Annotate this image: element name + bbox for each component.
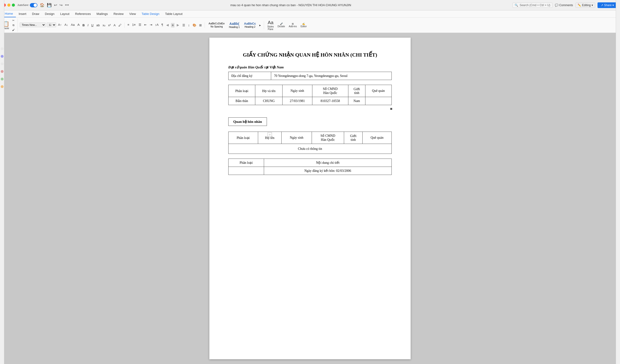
subscript-button[interactable]: x₂ bbox=[102, 23, 106, 28]
numbering-button[interactable]: 1≡ bbox=[131, 22, 137, 27]
comments-button[interactable]: 💬 Comments bbox=[555, 3, 573, 7]
font-color-button[interactable]: A bbox=[112, 23, 117, 28]
table-move-handle[interactable]: ⊹ bbox=[268, 132, 272, 136]
show-hide-button[interactable]: ¶ bbox=[161, 22, 164, 27]
share-icon: ↗ bbox=[601, 3, 603, 7]
minimize-button[interactable] bbox=[7, 3, 10, 7]
font-size-select[interactable]: 12 bbox=[47, 22, 56, 27]
align-left-button[interactable]: ⫷ bbox=[165, 23, 170, 28]
format-painter-button[interactable]: 🖌 bbox=[11, 28, 16, 32]
table-header-row: Phân loại Họ tên Ngày sinh Số CMNDHàn Qu… bbox=[229, 132, 392, 144]
address-table: Địa chỉ đăng ký 70 Yeongdeungpo-dong 7-g… bbox=[228, 72, 392, 80]
cell-quequan[interactable] bbox=[365, 97, 391, 105]
bold-button[interactable]: B bbox=[81, 23, 85, 28]
ribbon-controls: 📋 Paste ✂ ⧉ 🖌 Times New... 12 A↑ A↓ Aa bbox=[0, 17, 620, 33]
increase-font-button[interactable]: A↑ bbox=[57, 22, 62, 27]
decrease-font-button[interactable]: A↓ bbox=[63, 22, 69, 27]
tab-insert[interactable]: Insert bbox=[16, 11, 29, 17]
copy-button[interactable]: ⧉ bbox=[11, 23, 16, 27]
maximize-button[interactable] bbox=[12, 3, 15, 7]
line-spacing-button[interactable]: ↕ bbox=[187, 23, 191, 28]
tools-group: Aa Styles Pane 🎤 Dictate ⊞ Add-ins ✍ Edi… bbox=[266, 19, 310, 31]
styles-more-button[interactable]: ▸ bbox=[258, 23, 262, 28]
editing-button[interactable]: ✏️ Editing ▾ bbox=[575, 3, 595, 8]
col2-quequan: Quê quán bbox=[363, 132, 392, 144]
table-row: Bản thân CHUNG 27/03/1981 810327-10558 N… bbox=[229, 97, 392, 105]
strikethrough-button[interactable]: ab bbox=[95, 23, 101, 28]
editor-button[interactable]: ✍ Editor bbox=[299, 22, 308, 28]
cell-ngaysinh[interactable]: 27/03/1981 bbox=[282, 97, 312, 105]
justify-button[interactable]: ☰ bbox=[181, 23, 186, 28]
document-subtitle: Đại sứ quán Hàn Quốc tại Việt Nam bbox=[228, 65, 392, 69]
style-heading1[interactable]: AaBb( Heading 1 bbox=[227, 21, 242, 29]
section-header-label: Quan hệ hôn nhân bbox=[228, 117, 267, 126]
highlight-button[interactable]: 🖊 bbox=[117, 23, 123, 28]
cell-noidung-details[interactable]: Ngày đăng ký kết hôn: 02/03/2006 bbox=[264, 167, 392, 175]
search-box[interactable]: 🔍 Search (Cmd + Ctrl + U) bbox=[512, 3, 552, 8]
styles-group: AaBbCcDdEe No Spacing AaBb( Heading 1 Aa… bbox=[207, 21, 264, 29]
underline-button[interactable]: U bbox=[90, 23, 94, 28]
style-no-spacing[interactable]: AaBbCcDdEe No Spacing bbox=[207, 21, 227, 29]
tab-review[interactable]: Review bbox=[111, 11, 126, 17]
tab-mailings[interactable]: Mailings bbox=[94, 11, 111, 17]
redo-icon[interactable]: ↪ bbox=[60, 3, 62, 7]
shading-button[interactable]: 🎨 bbox=[192, 23, 197, 28]
person-table: Phân loại Họ và tên Ngày sinh Số CMNDHàn… bbox=[228, 85, 392, 105]
col-hovaten: Họ và tên bbox=[255, 85, 282, 97]
increase-indent-button[interactable]: ⇥ bbox=[149, 22, 153, 27]
borders-button[interactable]: ⊞ bbox=[198, 23, 203, 28]
col2-gioitinh: Giớitính bbox=[344, 132, 362, 144]
tab-table-design[interactable]: Table Design bbox=[139, 11, 162, 17]
sort-button[interactable]: ↕A bbox=[154, 22, 160, 27]
cell-phanloai-details[interactable] bbox=[229, 167, 264, 175]
cut-button[interactable]: ✂ bbox=[11, 18, 16, 22]
address-value-cell[interactable]: 70 Yeongdeungpo-dong 7-ga, Yeongdeungpo-… bbox=[271, 72, 392, 80]
home-icon[interactable]: 🏠 bbox=[40, 3, 45, 7]
tab-view[interactable]: View bbox=[126, 11, 139, 17]
tab-layout[interactable]: Layout bbox=[57, 11, 72, 17]
marriage-section-header-wrapper: Quan hệ hôn nhân bbox=[228, 114, 392, 129]
bullets-button[interactable]: ≡ bbox=[126, 22, 130, 27]
cell-gioitinh[interactable]: Nam bbox=[348, 97, 365, 105]
style-heading2[interactable]: AaBbCc Heading 2 bbox=[242, 21, 258, 29]
sidebar-item-2 bbox=[1, 55, 3, 58]
tab-table-layout[interactable]: Table Layout bbox=[162, 11, 186, 17]
ribbon: Home Insert Draw Design Layout Reference… bbox=[0, 10, 620, 33]
cell-socmnd[interactable]: 810327-10558 bbox=[312, 97, 348, 105]
paragraph-group: ≡ 1≡ ☰ ⇤ ⇥ ↕A ¶ ⫷ ≡ ⫸ ☰ ↕ 🎨 ⊞ bbox=[126, 22, 205, 28]
traffic-lights bbox=[3, 3, 15, 7]
comments-icon: 💬 bbox=[555, 3, 558, 7]
sidebar-item-1 bbox=[1, 47, 3, 50]
col-socmnd: Số CMNDHàn Quốc bbox=[312, 85, 348, 97]
add-ins-button[interactable]: ⊞ Add-ins bbox=[287, 22, 298, 28]
empty-info-cell: Chưa có thông tin bbox=[229, 144, 392, 154]
styles-pane-button[interactable]: Aa Styles Pane bbox=[266, 19, 275, 31]
microphone-icon: 🎤 bbox=[280, 22, 283, 25]
tab-design[interactable]: Design bbox=[42, 11, 57, 17]
address-label-cell[interactable]: Địa chỉ đăng ký bbox=[229, 72, 271, 80]
font-name-select[interactable]: Times New... bbox=[20, 22, 46, 27]
align-center-button[interactable]: ≡ bbox=[171, 23, 175, 28]
multilevel-button[interactable]: ☰ bbox=[138, 22, 142, 27]
tab-references[interactable]: References bbox=[72, 11, 93, 17]
decrease-indent-button[interactable]: ⇤ bbox=[143, 22, 148, 27]
more-icon[interactable]: ••• bbox=[65, 3, 69, 7]
col-quequan: Quê quán bbox=[365, 85, 391, 97]
change-case-button[interactable]: Aa bbox=[70, 22, 76, 27]
cell-hovaten[interactable]: CHUNG bbox=[255, 97, 282, 105]
share-button[interactable]: ↗ Share ▾ bbox=[598, 2, 617, 8]
autosave-toggle[interactable] bbox=[30, 3, 37, 7]
superscript-button[interactable]: x² bbox=[107, 23, 112, 28]
undo-icon[interactable]: ↩ bbox=[54, 3, 57, 7]
table-resize-handle[interactable] bbox=[390, 108, 392, 110]
chevron-down-icon: ▾ bbox=[591, 3, 593, 7]
dictate-button[interactable]: 🎤 Dictate bbox=[276, 22, 286, 28]
sidebar-item-5 bbox=[1, 78, 3, 80]
save-icon[interactable]: 💾 bbox=[47, 3, 52, 7]
search-icon: 🔍 bbox=[515, 3, 518, 7]
tab-draw[interactable]: Draw bbox=[29, 11, 42, 17]
cell-phanloai[interactable]: Bản thân bbox=[229, 97, 255, 105]
italic-button[interactable]: I bbox=[87, 23, 90, 28]
clear-format-button[interactable]: A̶ bbox=[77, 22, 80, 27]
align-right-button[interactable]: ⫸ bbox=[175, 23, 180, 28]
